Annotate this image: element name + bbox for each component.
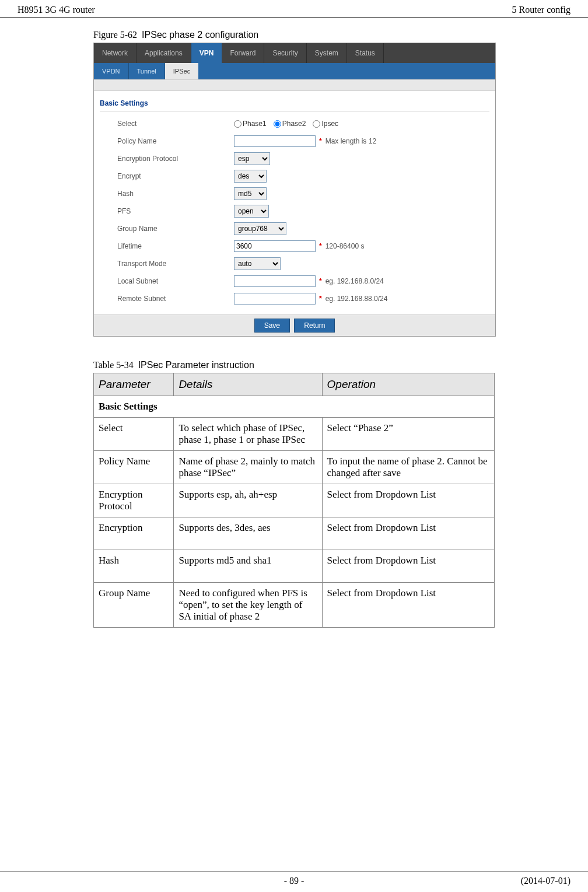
lifetime-hint: 120-86400 s	[326, 242, 365, 250]
cell-op: Select from Dropdown List	[322, 583, 494, 628]
enc-protocol-select[interactable]: esp	[234, 152, 270, 165]
group-name-select[interactable]: group768	[234, 222, 286, 235]
table-row: Hash Supports md5 and sha1 Select from D…	[94, 550, 495, 583]
sub-tabs: VPDN Tunnel IPSec	[94, 63, 495, 79]
remote-subnet-hint: eg. 192.168.88.0/24	[326, 295, 388, 303]
table-row: Group Name Need to configured when PFS i…	[94, 583, 495, 628]
remote-subnet-input[interactable]	[234, 293, 316, 305]
lifetime-input[interactable]	[234, 240, 316, 252]
parameter-table: Parameter Details Operation Basic Settin…	[93, 373, 495, 628]
radio-phase2-label: Phase2	[282, 120, 306, 128]
table-row: Policy Name Name of phase 2, mainly to m…	[94, 451, 495, 484]
tab-vpn[interactable]: VPN	[191, 43, 222, 63]
pfs-select[interactable]: open	[234, 205, 269, 218]
required-icon: *	[319, 242, 322, 250]
required-icon: *	[319, 295, 322, 303]
cell-details: Name of phase 2, mainly to match phase “…	[174, 451, 322, 484]
footer-date: (2014-07-01)	[386, 876, 570, 886]
select-label: Select	[100, 120, 234, 128]
required-icon: *	[319, 137, 322, 145]
lifetime-label: Lifetime	[100, 242, 234, 250]
encrypt-select[interactable]: des	[234, 170, 267, 183]
cell-details: Need to configured when PFS is “open”, t…	[174, 583, 322, 628]
header-right: 5 Router config	[512, 5, 570, 15]
cell-param: Group Name	[94, 583, 174, 628]
th-parameter: Parameter	[94, 373, 174, 396]
cell-param: Encryption	[94, 517, 174, 550]
table-title: IPSec Parameter instruction	[138, 360, 254, 370]
cell-op: Select from Dropdown List	[322, 517, 494, 550]
figure-title: IPSec phase 2 configuration	[142, 30, 258, 40]
transport-mode-label: Transport Mode	[100, 260, 234, 268]
main-tabs: Network Applications VPN Forward Securit…	[94, 43, 495, 63]
policy-name-label: Policy Name	[100, 137, 234, 145]
policy-name-hint: Max length is 12	[326, 137, 376, 145]
tab-system[interactable]: System	[307, 43, 347, 63]
th-details: Details	[174, 373, 322, 396]
table-row: Encryption Protocol Supports esp, ah, ah…	[94, 484, 495, 517]
table-row: Select To select which phase of IPSec, p…	[94, 418, 495, 451]
radio-phase2[interactable]: Phase2	[274, 120, 306, 128]
radio-ipsec[interactable]: Ipsec	[313, 120, 338, 128]
screenshot-panel: Network Applications VPN Forward Securit…	[93, 43, 496, 337]
cell-op: Select from Dropdown List	[322, 550, 494, 583]
basic-settings-row: Basic Settings	[94, 396, 495, 418]
radio-ipsec-label: Ipsec	[321, 120, 338, 128]
local-subnet-label: Local Subnet	[100, 277, 234, 285]
cell-details: Supports md5 and sha1	[174, 550, 322, 583]
group-name-label: Group Name	[100, 225, 234, 233]
enc-protocol-label: Encryption Protocol	[100, 155, 234, 163]
cell-param: Encryption Protocol	[94, 484, 174, 517]
table-number: Table 5-34	[93, 360, 134, 370]
th-operation: Operation	[322, 373, 494, 396]
section-title: Basic Settings	[100, 99, 489, 107]
figure-number: Figure 5-62	[93, 30, 137, 40]
header-left: H8951 3G 4G router	[18, 5, 95, 15]
page-footer: - 89 - (2014-07-01)	[0, 872, 588, 892]
subtab-tunnel[interactable]: Tunnel	[129, 63, 165, 79]
table-caption: Table 5-34 IPSec Parameter instruction	[93, 360, 495, 370]
section-rule	[100, 111, 489, 111]
cell-param: Select	[94, 418, 174, 451]
tab-network[interactable]: Network	[94, 43, 136, 63]
cell-op: Select from Dropdown List	[322, 484, 494, 517]
remote-subnet-label: Remote Subnet	[100, 295, 234, 303]
hash-label: Hash	[100, 190, 234, 198]
tab-status[interactable]: Status	[347, 43, 384, 63]
radio-phase1-label: Phase1	[243, 120, 267, 128]
cell-op: Select “Phase 2”	[322, 418, 494, 451]
pfs-label: PFS	[100, 207, 234, 215]
transport-mode-select[interactable]: auto	[234, 257, 281, 270]
subtab-ipsec[interactable]: IPSec	[165, 63, 198, 79]
cell-details: Supports des, 3des, aes	[174, 517, 322, 550]
toolbar-bar	[94, 79, 495, 91]
tab-forward[interactable]: Forward	[222, 43, 264, 63]
required-icon: *	[319, 277, 322, 285]
page-number: - 89 -	[202, 876, 386, 886]
hash-select[interactable]: md5	[234, 187, 267, 200]
button-bar: Save Return	[94, 314, 495, 336]
table-row: Encryption Supports des, 3des, aes Selec…	[94, 517, 495, 550]
tab-applications[interactable]: Applications	[136, 43, 191, 63]
cell-details: To select which phase of IPSec, phase 1,…	[174, 418, 322, 451]
local-subnet-input[interactable]	[234, 275, 316, 287]
radio-phase1[interactable]: Phase1	[234, 120, 267, 128]
save-button[interactable]: Save	[254, 319, 290, 333]
footer-left	[18, 876, 202, 886]
tab-security[interactable]: Security	[264, 43, 306, 63]
cell-param: Hash	[94, 550, 174, 583]
local-subnet-hint: eg. 192.168.8.0/24	[326, 277, 384, 285]
subtab-vpdn[interactable]: VPDN	[94, 63, 129, 79]
cell-param: Policy Name	[94, 451, 174, 484]
cell-op: To input the name of phase 2. Cannot be …	[322, 451, 494, 484]
cell-details: Supports esp, ah, ah+esp	[174, 484, 322, 517]
policy-name-input[interactable]	[234, 135, 316, 147]
figure-caption: Figure 5-62 IPSec phase 2 configuration	[93, 30, 495, 40]
encrypt-label: Encrypt	[100, 172, 234, 180]
return-button[interactable]: Return	[294, 319, 335, 333]
